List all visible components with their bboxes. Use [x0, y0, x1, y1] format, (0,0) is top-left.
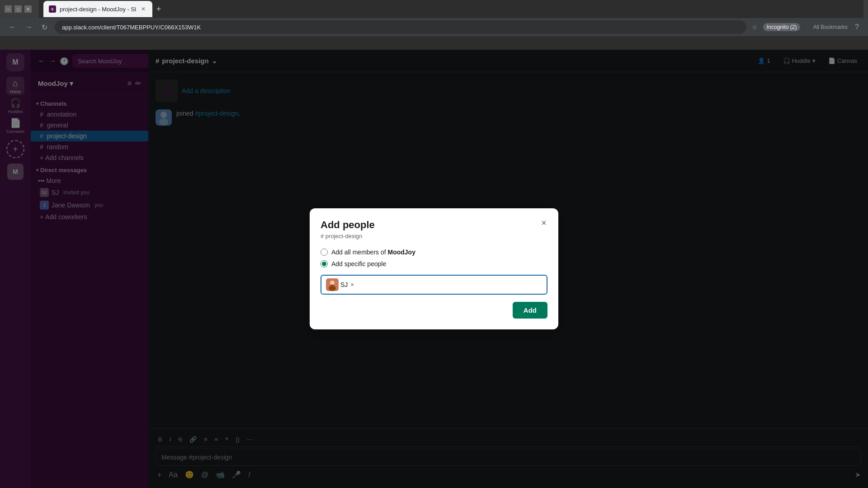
subtitle-channel: project-design: [326, 233, 363, 239]
radio-specific-people[interactable]: Add specific people: [321, 260, 547, 267]
add-people-dialog: × Add people # project-design Add all me…: [310, 208, 558, 329]
person-remove-button[interactable]: ×: [349, 281, 355, 288]
radio-specific-label: Add specific people: [331, 260, 386, 267]
new-tab-button[interactable]: +: [152, 3, 165, 15]
address-bar-container: ← → ↻ ☆ Incognito (2) All Bookmarks ?: [0, 18, 868, 36]
person-svg-icon: [326, 278, 339, 291]
radio-group: Add all members of MoodJoy Add specific …: [321, 249, 547, 267]
dialog-footer: Add: [321, 302, 547, 319]
tab-bar: S project-design - MoodJoy - Sl ✕ +: [39, 0, 863, 18]
svg-point-4: [329, 286, 336, 291]
reload-button[interactable]: ↻: [40, 21, 49, 33]
add-people-button[interactable]: Add: [513, 302, 547, 319]
incognito-badge: Incognito (2): [763, 23, 801, 31]
person-avatar-sj: [326, 278, 339, 291]
tab-title: project-design - MoodJoy - Sl: [60, 6, 136, 13]
address-icons: ☆: [752, 23, 758, 31]
window-controls: ─ □ ✕: [5, 5, 32, 13]
forward-button[interactable]: →: [24, 21, 34, 33]
tab-close-button[interactable]: ✕: [140, 5, 147, 13]
maximize-button[interactable]: □: [14, 5, 22, 13]
browser-titlebar: ─ □ ✕ S project-design - MoodJoy - Sl ✕ …: [0, 0, 868, 18]
bookmarks-label: All Bookmarks: [813, 24, 848, 30]
tab-favicon: S: [49, 5, 56, 13]
close-window-button[interactable]: ✕: [24, 5, 32, 13]
minimize-button[interactable]: ─: [5, 5, 12, 13]
radio-all-members-input[interactable]: [321, 249, 328, 256]
radio-specific-input[interactable]: [321, 260, 328, 267]
person-name-sj: SJ: [340, 281, 348, 288]
bookmark-button[interactable]: ☆: [752, 23, 758, 31]
person-chip-sj: SJ ×: [326, 278, 355, 291]
svg-point-5: [330, 281, 335, 285]
back-button[interactable]: ←: [7, 21, 18, 33]
radio-all-members[interactable]: Add all members of MoodJoy: [321, 249, 547, 256]
dialog-subtitle: # project-design: [321, 233, 547, 239]
dialog-title: Add people: [321, 219, 547, 231]
dialog-close-button[interactable]: ×: [537, 216, 551, 230]
address-input[interactable]: [55, 20, 746, 34]
people-input-box[interactable]: SJ ×: [321, 275, 547, 295]
active-tab[interactable]: S project-design - MoodJoy - Sl ✕: [43, 1, 152, 17]
help-button[interactable]: ?: [853, 21, 861, 33]
dialog-overlay: × Add people # project-design Add all me…: [0, 50, 868, 488]
radio-all-label: Add all members of MoodJoy: [331, 249, 415, 256]
subtitle-hash: #: [321, 233, 326, 239]
